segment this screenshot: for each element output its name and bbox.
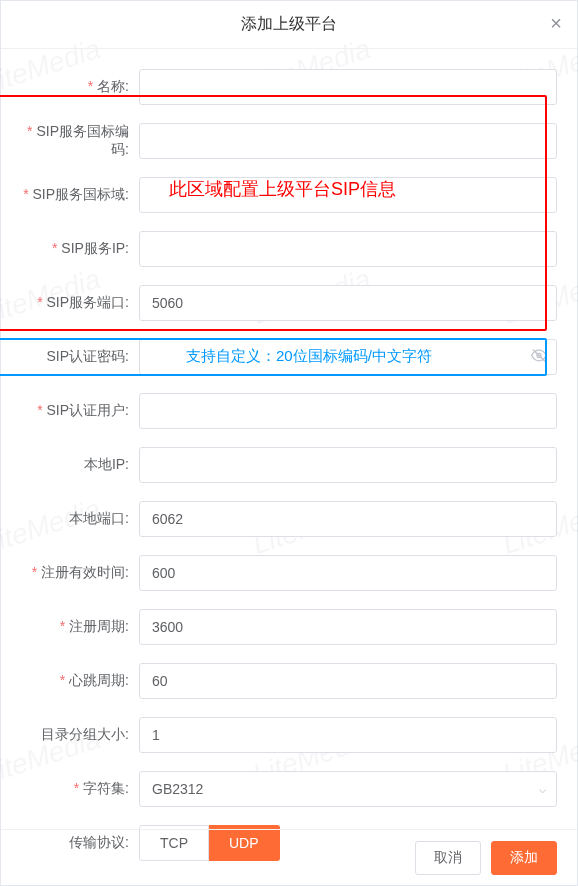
label-sip-domain: SIP服务国标域: [21,186,139,204]
label-sip-port: SIP服务端口: [21,294,139,312]
row-charset: 字符集: GB2312 ⌵ [21,771,557,807]
row-reg-interval: 注册周期: [21,609,557,645]
row-name: 名称: [21,69,557,105]
label-reg-interval: 注册周期: [21,618,139,636]
label-group-size: 目录分组大小: [21,726,139,744]
label-heartbeat: 心跳周期: [21,672,139,690]
row-sip-domain: SIP服务国标域: [21,177,557,213]
dialog-header: 添加上级平台 × [1,1,577,49]
cancel-button[interactable]: 取消 [415,841,481,875]
input-heartbeat[interactable] [139,663,557,699]
row-heartbeat: 心跳周期: [21,663,557,699]
row-sip-code: SIP服务国标编码: [21,123,557,159]
dialog-body: 名称: SIP服务国标编码: SIP服务国标域: SIP服务IP: SIP服务端… [1,49,577,886]
input-local-ip[interactable] [139,447,557,483]
label-local-port: 本地端口: [21,510,139,528]
dialog-container: LiteMedia LiteMedia LiteMedia LiteMedia … [0,0,578,886]
input-sip-ip[interactable] [139,231,557,267]
row-sip-password: SIP认证密码: [21,339,557,375]
row-local-port: 本地端口: [21,501,557,537]
row-reg-valid: 注册有效时间: [21,555,557,591]
row-sip-port: SIP服务端口: [21,285,557,321]
select-charset[interactable]: GB2312 ⌵ [139,771,557,807]
input-reg-interval[interactable] [139,609,557,645]
label-sip-password: SIP认证密码: [21,348,139,366]
input-sip-password[interactable] [139,339,557,375]
label-charset: 字符集: [21,780,139,798]
row-local-ip: 本地IP: [21,447,557,483]
select-charset-value: GB2312 [152,781,203,797]
dialog-title: 添加上级平台 [241,14,337,35]
input-sip-code[interactable] [139,123,557,159]
input-sip-port[interactable] [139,285,557,321]
label-local-ip: 本地IP: [21,456,139,474]
row-sip-user: SIP认证用户: [21,393,557,429]
input-reg-valid[interactable] [139,555,557,591]
dialog-footer: 取消 添加 [1,829,577,885]
chevron-down-icon: ⌵ [539,782,546,796]
label-sip-code: SIP服务国标编码: [21,123,139,159]
label-sip-user: SIP认证用户: [21,402,139,420]
input-local-port[interactable] [139,501,557,537]
label-reg-valid: 注册有效时间: [21,564,139,582]
row-sip-ip: SIP服务IP: [21,231,557,267]
input-group-size[interactable] [139,717,557,753]
eye-icon[interactable] [531,348,547,367]
label-name: 名称: [21,78,139,96]
close-icon[interactable]: × [550,13,562,33]
input-sip-user[interactable] [139,393,557,429]
row-group-size: 目录分组大小: [21,717,557,753]
label-sip-ip: SIP服务IP: [21,240,139,258]
submit-button[interactable]: 添加 [491,841,557,875]
input-name[interactable] [139,69,557,105]
input-sip-domain[interactable] [139,177,557,213]
